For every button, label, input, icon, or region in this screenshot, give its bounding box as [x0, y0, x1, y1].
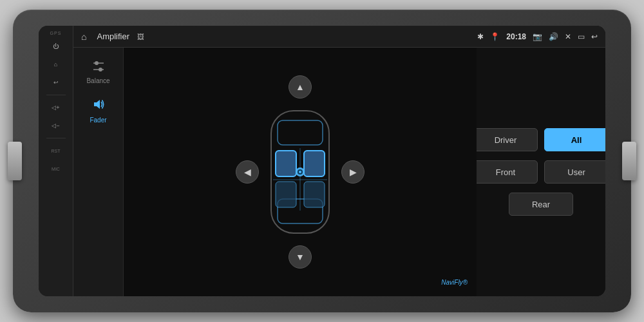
divider-2: [46, 138, 66, 138]
location-icon: 📍: [490, 32, 500, 41]
svg-point-3: [99, 68, 102, 71]
car-svg: [255, 98, 345, 246]
user-button[interactable]: User: [544, 160, 605, 184]
driver-button[interactable]: Driver: [473, 128, 538, 151]
rear-button[interactable]: Rear: [509, 193, 573, 216]
power-button[interactable]: ⏻: [46, 39, 66, 53]
image-icon: 🖼: [137, 33, 144, 41]
svg-rect-6: [278, 120, 323, 145]
svg-marker-4: [94, 100, 100, 109]
status-bar: ⌂ Amplifier 🖼 ✱ 📍 20:18 📷 🔊 ✕ ▭ ↩: [73, 26, 605, 48]
fader-icon: [91, 97, 106, 114]
svg-rect-13: [304, 182, 325, 207]
fader-label: Fader: [90, 117, 106, 124]
close-icon[interactable]: ✕: [565, 32, 571, 41]
divider-1: [46, 95, 66, 95]
arrow-up-button[interactable]: ▲: [289, 75, 312, 99]
back-button[interactable]: ↩: [46, 75, 66, 90]
status-home-icon[interactable]: ⌂: [81, 32, 86, 42]
balance-label: Balance: [86, 77, 109, 84]
device-shell: GPS ⏻ ⌂ ↩ ◁+ ◁− RST MIC ⌂ Amplifier 🖼 ✱ …: [13, 10, 631, 312]
car-view: ▲ ▼ ◀ ▶: [229, 69, 371, 275]
brand-watermark: NaviFly®: [441, 279, 468, 290]
vol-down-button[interactable]: ◁−: [46, 118, 66, 133]
gps-label: GPS: [50, 31, 62, 35]
status-time: 20:18: [506, 32, 526, 41]
camera-icon[interactable]: 📷: [533, 32, 542, 41]
visualizer-area: ▲ ▼ ◀ ▶: [124, 48, 477, 296]
mic-button[interactable]: MIC: [46, 162, 66, 176]
svg-point-1: [95, 61, 99, 65]
brand-superscript: ®: [463, 279, 468, 286]
bluetooth-icon: ✱: [477, 32, 484, 41]
screen-bezel: GPS ⏻ ⌂ ↩ ◁+ ◁− RST MIC ⌂ Amplifier 🖼 ✱ …: [39, 26, 605, 296]
right-controls: Driver All Front User Rear: [477, 48, 605, 296]
status-icons: ✱ 📍 20:18 📷 🔊 ✕ ▭ ↩: [477, 32, 598, 41]
left-menu: Balance Fader: [73, 48, 124, 296]
brand-name: NaviFly: [441, 279, 462, 286]
fader-menu-item[interactable]: Fader: [77, 92, 120, 129]
arrow-down-button[interactable]: ▼: [289, 245, 312, 269]
balance-icon: [91, 61, 106, 75]
back-nav-icon[interactable]: ↩: [591, 32, 598, 41]
physical-sidebar: GPS ⏻ ⌂ ↩ ◁+ ◁− RST MIC: [39, 26, 73, 296]
right-knob: [622, 142, 636, 180]
home-button[interactable]: ⌂: [46, 57, 66, 71]
front-button[interactable]: Front: [473, 160, 538, 184]
svg-point-18: [299, 171, 301, 173]
vol-up-button[interactable]: ◁+: [46, 100, 66, 115]
svg-rect-9: [304, 151, 325, 176]
content-area: Balance Fader: [73, 48, 605, 296]
window-icon[interactable]: ▭: [578, 32, 585, 41]
rst-button[interactable]: RST: [46, 144, 66, 158]
app-title: Amplifier: [97, 32, 129, 41]
all-button[interactable]: All: [544, 128, 605, 151]
volume-icon[interactable]: 🔊: [549, 32, 558, 41]
svg-rect-12: [276, 182, 296, 207]
main-screen: ⌂ Amplifier 🖼 ✱ 📍 20:18 📷 🔊 ✕ ▭ ↩: [73, 26, 605, 296]
arrow-right-button[interactable]: ▶: [341, 160, 365, 184]
left-knob: [8, 142, 22, 180]
balance-menu-item[interactable]: Balance: [77, 55, 120, 90]
svg-rect-8: [276, 151, 296, 176]
arrow-left-button[interactable]: ◀: [236, 160, 259, 184]
